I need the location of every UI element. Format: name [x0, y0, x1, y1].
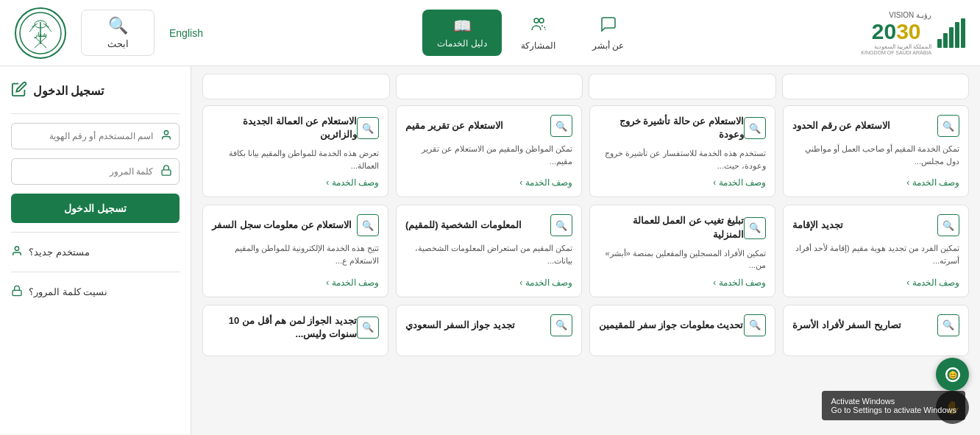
card-link[interactable]: وصف الخدمة › [405, 277, 572, 288]
card-link[interactable]: وصف الخدمة › [405, 177, 572, 188]
partial-card-2 [589, 74, 776, 99]
card-desc: تمكن المقيم من استعراض المعلومات الشخصية… [405, 242, 572, 266]
login-icon [11, 81, 27, 101]
activate-windows: Activate Windows Go to Settings to activ… [822, 391, 965, 420]
card-family-travel[interactable]: 🔍 تصاريح السفر لأفراد الأسرة [783, 305, 969, 356]
card-search-icon: 🔍 [744, 217, 766, 239]
card-report-absence[interactable]: 🔍 تبليغ تغيب عن العمل للعمالة المنزلية ت… [589, 205, 775, 297]
card-travel-record[interactable]: 🔍 الاستعلام عن معلومات سجل السفر تتيح هذ… [202, 205, 388, 297]
card-renew-passport-saudi[interactable]: 🔍 تجديد جواز السفر السعودي [396, 305, 582, 356]
tab-services-guide[interactable]: 📖 دليل الخدمات [422, 10, 501, 56]
top-partial-row [202, 74, 969, 99]
password-input[interactable] [11, 158, 180, 185]
participation-icon [530, 15, 547, 37]
card-header: 🔍 تحديث معلومات جواز سفر للمقيمين [599, 314, 766, 336]
card-header: 🔍 المعلومات الشخصية (للمقيم) [405, 214, 572, 236]
forgot-password-label: نسيت كلمة المرور؟ [29, 286, 107, 297]
new-user-link[interactable]: مستخدم جديد؟ [11, 241, 180, 263]
card-desc: تستخدم هذه الخدمة للاستفسار عن تأشيرة خر… [599, 147, 766, 171]
card-desc: تمكين الأفراد المسجلين والمفعلين بمنصة «… [599, 247, 766, 272]
new-user-label: مستخدم جديد؟ [29, 247, 90, 258]
absher-icon [600, 15, 617, 37]
card-header: 🔍 تصاريح السفر لأفراد الأسرة [792, 314, 959, 336]
forgot-password-link[interactable]: نسيت كلمة المرور؟ [11, 281, 180, 303]
logo: شعار [15, 7, 66, 59]
card-title: الاستعلام عن معلومات سجل السفر [212, 219, 352, 232]
login-button[interactable]: تسجيل الدخول [11, 194, 180, 223]
card-personal-info[interactable]: 🔍 المعلومات الشخصية (للمقيم) تمكن المقيم… [396, 205, 582, 297]
card-search-icon: 🔍 [550, 314, 572, 336]
card-search-icon: 🔍 [550, 214, 572, 236]
card-title: الاستعلام عن حالة تأشيرة خروج وعودة [599, 115, 744, 141]
card-link[interactable]: وصف الخدمة › [792, 177, 959, 188]
card-renew-passport-young[interactable]: 🔍 تجديد الجواز لمن هم أقل من 10 سنوات ول… [202, 305, 388, 356]
card-title: تصاريح السفر لأفراد الأسرة [792, 319, 901, 332]
vision-bars-icon [937, 18, 965, 48]
card-link[interactable]: وصف الخدمة › [599, 177, 766, 188]
absher-label: عن أبشر [592, 40, 624, 51]
search-area[interactable]: 🔍 ابحث [81, 10, 155, 56]
card-search-icon: 🔍 [357, 316, 379, 339]
card-link[interactable]: وصف الخدمة › [599, 277, 766, 288]
services-guide-label: دليل الخدمات [437, 38, 486, 49]
username-input[interactable] [11, 123, 180, 149]
header-right: شعار 🔍 ابحث English [15, 7, 203, 59]
partial-card-1 [782, 74, 970, 99]
lock-icon [160, 165, 172, 179]
divider-3 [11, 272, 180, 272]
card-title: الاستعلام عن رقم الحدود [792, 119, 890, 132]
card-search-icon: 🔍 [937, 115, 959, 137]
services-guide-icon: 📖 [453, 17, 472, 35]
card-header: 🔍 تجديد الجواز لمن هم أقل من 10 سنوات ول… [212, 314, 379, 341]
search-icon: 🔍 [108, 16, 128, 35]
svg-rect-13 [162, 170, 171, 175]
svg-point-14 [15, 247, 18, 250]
header: شعار 🔍 ابحث English 📖 دليل الخدمات [0, 0, 980, 66]
tab-participation[interactable]: المشاركة [505, 8, 572, 58]
card-title: تبليغ تغيب عن العمل للعمالة المنزلية [599, 214, 744, 241]
activate-line2: Go to Settings to activate Windows [831, 406, 956, 414]
card-title: تجديد الإقامة [792, 219, 843, 232]
login-title-text: تسجيل الدخول [33, 84, 104, 98]
svg-point-12 [164, 131, 168, 135]
svg-rect-15 [13, 290, 21, 295]
tab-absher[interactable]: عن أبشر [575, 8, 642, 58]
card-header: 🔍 الاستعلام عن رقم الحدود [792, 115, 959, 137]
card-title: تجديد جواز السفر السعودي [405, 319, 515, 332]
card-resident-report[interactable]: 🔍 الاستعلام عن تقرير مقيم تمكن المواطن و… [396, 105, 582, 197]
svg-text:😊: 😊 [948, 370, 958, 380]
card-title: تجديد الجواز لمن هم أقل من 10 سنوات وليس… [212, 314, 357, 341]
password-group [11, 158, 180, 185]
search-label: ابحث [107, 38, 129, 49]
card-search-icon: 🔍 [744, 117, 766, 139]
divider-1 [11, 113, 180, 114]
vision-country: المملكة العربية السعودية [861, 43, 931, 50]
card-link[interactable]: وصف الخدمة › [212, 277, 379, 288]
card-header: 🔍 تجديد جواز السفر السعودي [405, 314, 572, 336]
card-title: المعلومات الشخصية (للمقيم) [405, 219, 522, 232]
card-new-labor[interactable]: 🔍 الاستعلام عن العمالة الجديدة والزائرين… [202, 105, 388, 197]
card-header: 🔍 الاستعلام عن تقرير مقيم [405, 115, 572, 137]
vision-year: 2030 [861, 19, 931, 43]
vision-title-text: VISION رؤيـة [861, 11, 931, 19]
card-border-inquiry[interactable]: 🔍 الاستعلام عن رقم الحدود تمكن الخدمة ال… [783, 105, 969, 197]
card-desc: تمكين الفرد من تجديد هوية مقيم (إقامة لأ… [792, 242, 959, 266]
card-search-icon: 🔍 [937, 314, 959, 336]
services-row-1: 🔍 الاستعلام عن رقم الحدود تمكن الخدمة ال… [202, 105, 969, 197]
card-title: الاستعلام عن تقرير مقيم [405, 119, 503, 132]
partial-card-3 [396, 74, 583, 99]
card-link[interactable]: وصف الخدمة › [792, 277, 959, 288]
card-header: 🔍 الاستعلام عن حالة تأشيرة خروج وعودة [599, 115, 766, 141]
card-link[interactable]: وصف الخدمة › [212, 177, 379, 188]
card-update-passport[interactable]: 🔍 تحديث معلومات جواز سفر للمقيمين [589, 305, 775, 356]
partial-card-4 [202, 74, 390, 99]
new-user-icon [11, 245, 23, 259]
forgot-lock-icon [11, 285, 23, 299]
english-link[interactable]: English [169, 27, 203, 39]
card-header: 🔍 الاستعلام عن معلومات سجل السفر [212, 214, 379, 236]
card-visa-inquiry[interactable]: 🔍 الاستعلام عن حالة تأشيرة خروج وعودة تس… [589, 105, 775, 197]
svg-point-11 [539, 18, 544, 23]
card-search-icon: 🔍 [550, 115, 572, 137]
card-renew-residence[interactable]: 🔍 تجديد الإقامة تمكين الفرد من تجديد هوي… [783, 205, 969, 297]
chat-support-button[interactable]: 😊 [936, 358, 969, 391]
